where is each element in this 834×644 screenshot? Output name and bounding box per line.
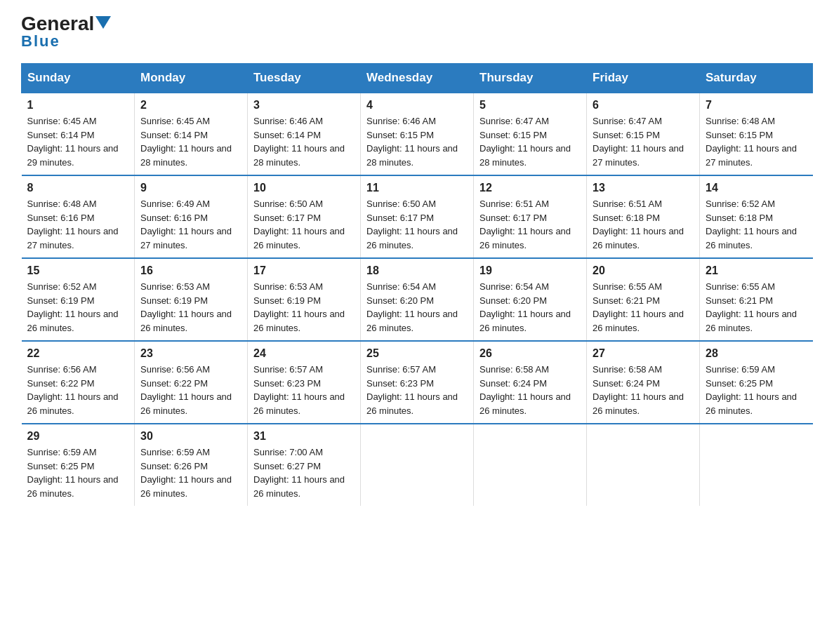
day-info: Sunrise: 6:51 AM Sunset: 6:18 PM Dayligh… — [593, 197, 694, 252]
calendar-week-row: 22 Sunrise: 6:56 AM Sunset: 6:22 PM Dayl… — [22, 341, 813, 424]
day-info: Sunrise: 6:57 AM Sunset: 6:23 PM Dayligh… — [366, 363, 468, 417]
day-info: Sunrise: 6:59 AM Sunset: 6:25 PM Dayligh… — [706, 363, 807, 417]
day-number: 18 — [366, 264, 468, 277]
day-info: Sunrise: 6:59 AM Sunset: 6:25 PM Dayligh… — [27, 445, 129, 500]
logo-blue-text: Blue — [21, 32, 60, 51]
day-number: 30 — [140, 430, 241, 443]
day-info: Sunrise: 6:49 AM Sunset: 6:16 PM Dayligh… — [140, 197, 241, 252]
day-info: Sunrise: 6:56 AM Sunset: 6:22 PM Dayligh… — [27, 363, 129, 417]
day-info: Sunrise: 7:00 AM Sunset: 6:27 PM Dayligh… — [253, 445, 355, 500]
calendar-day-16: 16 Sunrise: 6:53 AM Sunset: 6:19 PM Dayl… — [135, 258, 248, 341]
day-number: 7 — [706, 99, 807, 112]
day-number: 4 — [366, 99, 468, 112]
day-header-thursday: Thursday — [474, 64, 587, 93]
empty-day-cell — [474, 424, 587, 506]
day-number: 13 — [593, 182, 694, 194]
day-info: Sunrise: 6:46 AM Sunset: 6:14 PM Dayligh… — [253, 114, 355, 169]
calendar-day-13: 13 Sunrise: 6:51 AM Sunset: 6:18 PM Dayl… — [587, 175, 700, 258]
day-number: 19 — [479, 264, 581, 277]
calendar-day-31: 31 Sunrise: 7:00 AM Sunset: 6:27 PM Dayl… — [248, 424, 361, 506]
calendar-day-27: 27 Sunrise: 6:58 AM Sunset: 6:24 PM Dayl… — [587, 341, 700, 424]
day-info: Sunrise: 6:58 AM Sunset: 6:24 PM Dayligh… — [593, 363, 694, 417]
calendar-day-30: 30 Sunrise: 6:59 AM Sunset: 6:26 PM Dayl… — [135, 424, 248, 506]
day-info: Sunrise: 6:52 AM Sunset: 6:18 PM Dayligh… — [706, 197, 807, 252]
calendar-day-28: 28 Sunrise: 6:59 AM Sunset: 6:25 PM Dayl… — [700, 341, 813, 424]
day-info: Sunrise: 6:53 AM Sunset: 6:19 PM Dayligh… — [253, 280, 355, 335]
day-info: Sunrise: 6:50 AM Sunset: 6:17 PM Dayligh… — [253, 197, 355, 252]
day-info: Sunrise: 6:46 AM Sunset: 6:15 PM Dayligh… — [366, 114, 468, 169]
calendar-day-18: 18 Sunrise: 6:54 AM Sunset: 6:20 PM Dayl… — [361, 258, 474, 341]
calendar-day-20: 20 Sunrise: 6:55 AM Sunset: 6:21 PM Dayl… — [587, 258, 700, 341]
day-info: Sunrise: 6:47 AM Sunset: 6:15 PM Dayligh… — [593, 114, 694, 169]
day-number: 11 — [366, 182, 468, 194]
day-header-wednesday: Wednesday — [361, 64, 474, 93]
day-header-monday: Monday — [135, 64, 248, 93]
calendar-week-row: 1 Sunrise: 6:45 AM Sunset: 6:14 PM Dayli… — [22, 93, 813, 175]
calendar-table: SundayMondayTuesdayWednesdayThursdayFrid… — [21, 63, 813, 506]
day-number: 1 — [27, 99, 129, 112]
day-number: 2 — [140, 99, 241, 112]
calendar-header-row: SundayMondayTuesdayWednesdayThursdayFrid… — [22, 64, 813, 93]
day-number: 3 — [253, 99, 355, 112]
logo-triangle-icon — [95, 16, 111, 29]
day-info: Sunrise: 6:55 AM Sunset: 6:21 PM Dayligh… — [593, 280, 694, 335]
calendar-day-21: 21 Sunrise: 6:55 AM Sunset: 6:21 PM Dayl… — [700, 258, 813, 341]
day-info: Sunrise: 6:59 AM Sunset: 6:26 PM Dayligh… — [140, 445, 241, 500]
day-number: 21 — [706, 264, 807, 277]
logo: General Blue — [21, 14, 111, 51]
logo-general-text: General — [21, 14, 94, 34]
day-number: 14 — [706, 182, 807, 194]
day-info: Sunrise: 6:54 AM Sunset: 6:20 PM Dayligh… — [479, 280, 581, 335]
day-info: Sunrise: 6:53 AM Sunset: 6:19 PM Dayligh… — [140, 280, 241, 335]
day-header-tuesday: Tuesday — [248, 64, 361, 93]
day-number: 26 — [479, 347, 581, 360]
day-number: 9 — [140, 182, 241, 194]
day-info: Sunrise: 6:45 AM Sunset: 6:14 PM Dayligh… — [27, 114, 129, 169]
day-number: 16 — [140, 264, 241, 277]
calendar-day-1: 1 Sunrise: 6:45 AM Sunset: 6:14 PM Dayli… — [22, 93, 135, 175]
calendar-day-12: 12 Sunrise: 6:51 AM Sunset: 6:17 PM Dayl… — [474, 175, 587, 258]
calendar-day-10: 10 Sunrise: 6:50 AM Sunset: 6:17 PM Dayl… — [248, 175, 361, 258]
day-number: 27 — [593, 347, 694, 360]
day-number: 20 — [593, 264, 694, 277]
calendar-day-5: 5 Sunrise: 6:47 AM Sunset: 6:15 PM Dayli… — [474, 93, 587, 175]
day-header-sunday: Sunday — [22, 64, 135, 93]
page-header: General Blue — [21, 14, 813, 51]
day-number: 22 — [27, 347, 129, 360]
day-info: Sunrise: 6:52 AM Sunset: 6:19 PM Dayligh… — [27, 280, 129, 335]
calendar-day-15: 15 Sunrise: 6:52 AM Sunset: 6:19 PM Dayl… — [22, 258, 135, 341]
day-number: 8 — [27, 182, 129, 194]
day-number: 5 — [479, 99, 581, 112]
calendar-day-7: 7 Sunrise: 6:48 AM Sunset: 6:15 PM Dayli… — [700, 93, 813, 175]
calendar-day-4: 4 Sunrise: 6:46 AM Sunset: 6:15 PM Dayli… — [361, 93, 474, 175]
day-info: Sunrise: 6:56 AM Sunset: 6:22 PM Dayligh… — [140, 363, 241, 417]
calendar-day-24: 24 Sunrise: 6:57 AM Sunset: 6:23 PM Dayl… — [248, 341, 361, 424]
day-info: Sunrise: 6:48 AM Sunset: 6:15 PM Dayligh… — [706, 114, 807, 169]
day-info: Sunrise: 6:57 AM Sunset: 6:23 PM Dayligh… — [253, 363, 355, 417]
calendar-day-6: 6 Sunrise: 6:47 AM Sunset: 6:15 PM Dayli… — [587, 93, 700, 175]
calendar-day-26: 26 Sunrise: 6:58 AM Sunset: 6:24 PM Dayl… — [474, 341, 587, 424]
calendar-day-14: 14 Sunrise: 6:52 AM Sunset: 6:18 PM Dayl… — [700, 175, 813, 258]
day-number: 10 — [253, 182, 355, 194]
day-info: Sunrise: 6:51 AM Sunset: 6:17 PM Dayligh… — [479, 197, 581, 252]
day-number: 25 — [366, 347, 468, 360]
calendar-day-17: 17 Sunrise: 6:53 AM Sunset: 6:19 PM Dayl… — [248, 258, 361, 341]
calendar-day-11: 11 Sunrise: 6:50 AM Sunset: 6:17 PM Dayl… — [361, 175, 474, 258]
day-number: 29 — [27, 430, 129, 443]
calendar-day-3: 3 Sunrise: 6:46 AM Sunset: 6:14 PM Dayli… — [248, 93, 361, 175]
empty-day-cell — [700, 424, 813, 506]
calendar-week-row: 8 Sunrise: 6:48 AM Sunset: 6:16 PM Dayli… — [22, 175, 813, 258]
calendar-day-23: 23 Sunrise: 6:56 AM Sunset: 6:22 PM Dayl… — [135, 341, 248, 424]
day-number: 12 — [479, 182, 581, 194]
day-header-saturday: Saturday — [700, 64, 813, 93]
day-info: Sunrise: 6:54 AM Sunset: 6:20 PM Dayligh… — [366, 280, 468, 335]
calendar-day-2: 2 Sunrise: 6:45 AM Sunset: 6:14 PM Dayli… — [135, 93, 248, 175]
day-info: Sunrise: 6:48 AM Sunset: 6:16 PM Dayligh… — [27, 197, 129, 252]
calendar-day-22: 22 Sunrise: 6:56 AM Sunset: 6:22 PM Dayl… — [22, 341, 135, 424]
day-number: 31 — [253, 430, 355, 443]
calendar-day-25: 25 Sunrise: 6:57 AM Sunset: 6:23 PM Dayl… — [361, 341, 474, 424]
day-number: 24 — [253, 347, 355, 360]
day-info: Sunrise: 6:50 AM Sunset: 6:17 PM Dayligh… — [366, 197, 468, 252]
calendar-week-row: 15 Sunrise: 6:52 AM Sunset: 6:19 PM Dayl… — [22, 258, 813, 341]
empty-day-cell — [587, 424, 700, 506]
